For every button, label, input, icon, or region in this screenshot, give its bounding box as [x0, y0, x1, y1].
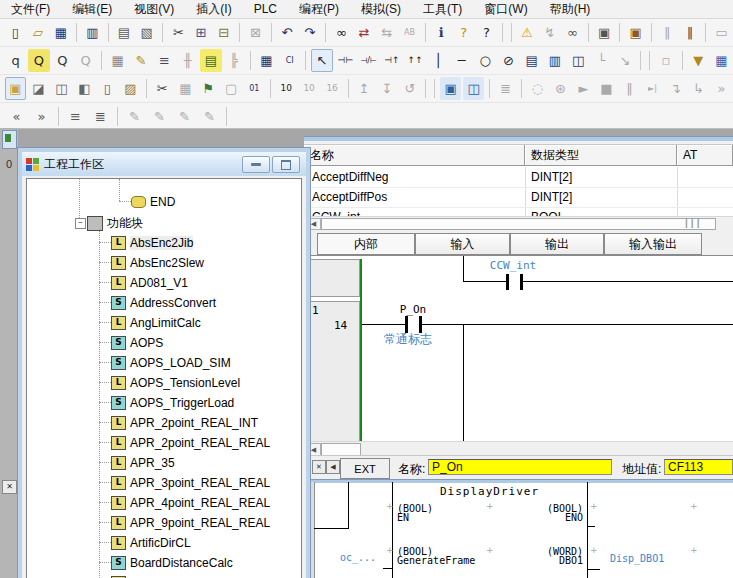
menu-item[interactable]: 编程(P): [288, 1, 350, 18]
coil-button[interactable]: ○: [474, 49, 495, 72]
show-palette-button[interactable]: ▯: [97, 77, 118, 100]
cut-button[interactable]: ✂: [168, 21, 189, 44]
collapse-expander-icon[interactable]: −: [75, 218, 86, 229]
properties-button[interactable]: ▨: [120, 77, 141, 100]
select-tool-button[interactable]: ↖: [311, 49, 332, 72]
new-file-button[interactable]: ▯: [5, 21, 26, 44]
zoom-in-button[interactable]: Q: [52, 49, 73, 72]
variable-table-hscrollbar[interactable]: ◀ ┃┃┃: [304, 216, 733, 230]
section-marker-button[interactable]: ⚑: [198, 77, 219, 100]
column-header-at[interactable]: AT: [677, 145, 733, 166]
outdent-button[interactable]: «: [5, 105, 28, 128]
find-button[interactable]: ∞: [331, 21, 352, 44]
table-row[interactable]: AcceptDiffNeg DINT[2]: [304, 167, 733, 188]
open-file-button[interactable]: ▱: [28, 21, 49, 44]
tree-item-apr_2point_real_real[interactable]: LAPR_2point_REAL_REAL: [111, 434, 270, 451]
show-project-workspace-button[interactable]: ▣: [5, 77, 26, 100]
address-input[interactable]: CF113: [664, 459, 733, 475]
menu-item[interactable]: 视图(V): [123, 1, 185, 18]
horizontal-line-button[interactable]: ─: [451, 49, 472, 72]
restore-button[interactable]: [272, 156, 300, 173]
vertical-line-button[interactable]: │: [428, 49, 449, 72]
align-rungs-button[interactable]: ≡: [64, 105, 87, 128]
tree-item-artificdircl[interactable]: LArtificDirCL: [111, 534, 191, 551]
menu-item[interactable]: 插入(I): [185, 1, 242, 18]
menu-item[interactable]: PLC: [243, 2, 288, 16]
context-help-button[interactable]: ?: [476, 21, 497, 44]
ladder-window-displaydriver[interactable]: DisplayDriver (BOOL) EN (BOOL) GenerateF…: [304, 479, 733, 578]
cross-reference-button[interactable]: ✂: [152, 77, 173, 100]
renumber-rungs-button[interactable]: ≣: [89, 105, 112, 128]
transfer-to-plc-button[interactable]: ▣: [594, 21, 615, 44]
indent-button[interactable]: »: [30, 105, 53, 128]
close-icon[interactable]: ✕: [312, 460, 326, 474]
help-button[interactable]: ?: [453, 21, 474, 44]
fb-invoke-button[interactable]: ◫: [568, 49, 589, 72]
table-row[interactable]: AcceptDiffPos DINT[2]: [304, 187, 733, 208]
work-online-button[interactable]: ▣: [440, 77, 461, 100]
tree-item-aops_load_sim[interactable]: SAOPS_LOAD_SIM: [111, 354, 231, 371]
redo-button[interactable]: ↷: [299, 21, 320, 44]
menu-item[interactable]: 帮助(H): [539, 1, 602, 18]
save-file-button[interactable]: ▦: [50, 21, 71, 44]
prev-tab-icon[interactable]: ◀: [326, 460, 340, 474]
zoom-region-button[interactable]: Q: [28, 49, 49, 72]
menu-item[interactable]: 模拟(S): [350, 1, 412, 18]
transfer-fb-source-button[interactable]: ▼: [688, 49, 709, 72]
tree-item-apr_9point_real_real[interactable]: LAPR_9point_REAL_REAL: [111, 514, 270, 531]
fb-parameter-button[interactable]: ▥: [544, 49, 565, 72]
tree-item-partial[interactable]: L: [111, 574, 126, 578]
tree-item-addressconvert[interactable]: SAddressConvert: [111, 294, 216, 311]
tree-item-apr_3point_real_real[interactable]: LAPR_3point_REAL_REAL: [111, 474, 270, 491]
fb-in2-operand[interactable]: oc_...: [340, 552, 376, 563]
rung-list-button[interactable]: ≡: [154, 49, 175, 72]
show-address-reference-button[interactable]: ◧: [74, 77, 95, 100]
tree-item-aops[interactable]: SAOPS: [111, 334, 163, 351]
tree-item-anglimitcalc[interactable]: LAngLimitCalc: [111, 314, 201, 331]
fb-out2-operand[interactable]: Disp_DBO1: [610, 553, 664, 564]
find-errors-button[interactable]: ∞: [562, 21, 583, 44]
show-output-window-button[interactable]: ◪: [28, 77, 49, 100]
menu-item[interactable]: 编辑(E): [61, 1, 123, 18]
contact-ccw-int[interactable]: [506, 274, 509, 290]
replace-button[interactable]: ⇄: [354, 21, 375, 44]
ladder-editor[interactable]: 1 14 CCW_int P_On 常通标志: [304, 255, 733, 442]
show-comments-button[interactable]: CI: [279, 49, 300, 72]
function-block-button[interactable]: ▤: [521, 49, 542, 72]
tree-group-function-blocks[interactable]: 功能块: [87, 215, 143, 232]
file-compare-button[interactable]: ▥: [82, 21, 103, 44]
tree-item-absenc2slew[interactable]: LAbsEnc2Slew: [111, 254, 204, 271]
tab-inout[interactable]: 输入输出: [604, 233, 702, 255]
tab-ext[interactable]: EXT: [340, 458, 390, 479]
menu-item[interactable]: 文件(F): [0, 1, 61, 18]
grid-toggle-button[interactable]: ▦: [107, 49, 128, 72]
menu-item[interactable]: 工具(T): [412, 1, 473, 18]
monitor-mode-button[interactable]: ◫: [463, 77, 484, 100]
info-button[interactable]: ℹ: [431, 21, 452, 44]
tree-item-end[interactable]: END: [131, 193, 175, 210]
show-mnemonics-button[interactable]: ▦: [256, 49, 277, 72]
name-input[interactable]: P_On: [428, 459, 612, 475]
tree-item-absenc2jib[interactable]: LAbsEnc2Jib: [111, 234, 193, 251]
tree-item-apr_2point_real_int[interactable]: LAPR_2point_REAL_INT: [111, 414, 258, 431]
tree-item-apr_35[interactable]: LAPR_35: [111, 454, 175, 471]
print-button[interactable]: ▤: [114, 21, 135, 44]
tree-item-boarddistancecalc[interactable]: SBoardDistanceCalc: [111, 554, 233, 571]
pause-button[interactable]: ‖: [680, 21, 701, 44]
close-icon[interactable]: ✕: [2, 480, 17, 494]
tab-internal[interactable]: 内部: [317, 233, 415, 255]
column-header-datatype[interactable]: 数据类型: [525, 145, 677, 166]
scroll-thumb[interactable]: [321, 218, 716, 230]
contact-up-button[interactable]: ⊣↑: [381, 49, 402, 72]
tree-item-aops_tensionlevel[interactable]: LAOPS_TensionLevel: [111, 374, 240, 391]
contact-ccw-int[interactable]: [520, 274, 523, 290]
online-monitor-button[interactable]: ▣: [625, 21, 646, 44]
binary-monitor-button[interactable]: 01: [244, 77, 265, 100]
contact-no-button[interactable]: ⊣⊢: [335, 49, 356, 72]
contact-nc-button[interactable]: ⊣/⊢: [358, 49, 379, 72]
closed-coil-button[interactable]: ⊘: [498, 49, 519, 72]
tab-input[interactable]: 输入: [415, 233, 510, 255]
column-header-name[interactable]: 名称: [304, 145, 525, 166]
menu-item[interactable]: 窗口(W): [473, 1, 538, 18]
memory-view-button[interactable]: ▦: [711, 49, 732, 72]
